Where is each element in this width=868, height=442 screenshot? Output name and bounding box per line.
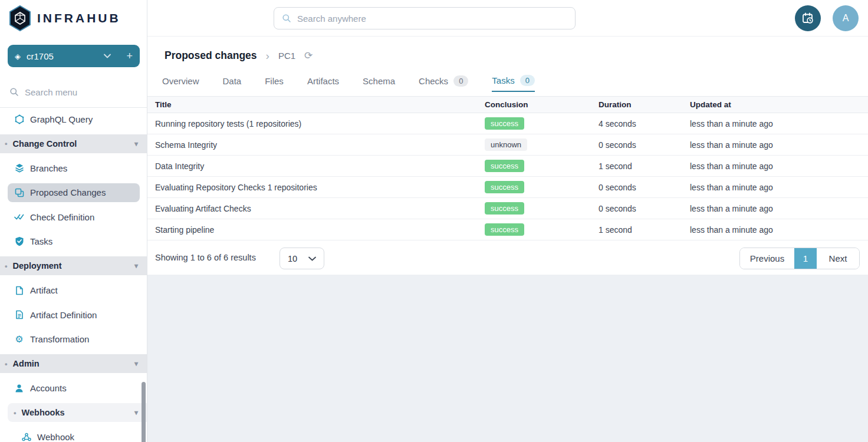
task-duration: 1 second: [599, 225, 690, 235]
sidebar-item-label: Transformation: [30, 334, 89, 344]
task-title: Running repository tests (1 repositories…: [155, 119, 485, 128]
main-content: A Proposed changes › PC1 ⟳ Overview Data…: [147, 0, 868, 442]
sidebar-search-input[interactable]: [25, 87, 125, 97]
page-size-select[interactable]: 10: [280, 248, 324, 269]
artifact-definition-file-icon: [14, 310, 24, 319]
check-definition-icon: [14, 213, 24, 221]
tab-schema[interactable]: Schema: [363, 70, 395, 92]
table-row[interactable]: Evaluating Repository Checks 1 repositor…: [147, 177, 868, 198]
sidebar-item-tasks[interactable]: Tasks: [0, 232, 147, 251]
tab-label: Files: [265, 76, 284, 86]
task-title: Schema Integrity: [155, 140, 485, 150]
tab-label: Artifacts: [307, 76, 339, 86]
column-header-title: Title: [155, 100, 485, 109]
table-row[interactable]: Running repository tests (1 repositories…: [147, 113, 868, 134]
artifact-file-icon: [14, 286, 24, 295]
sidebar-divider: [0, 107, 147, 108]
task-title: Starting pipeline: [155, 225, 485, 235]
sidebar-group-change-control[interactable]: • Change Control ▾: [0, 134, 147, 153]
refresh-icon[interactable]: ⟳: [304, 51, 313, 61]
infrahub-logo-icon: [8, 5, 32, 31]
column-header-duration: Duration: [599, 100, 690, 109]
tab-files[interactable]: Files: [265, 70, 284, 92]
pagination: Showing 1 to 6 of 6 results 10 Previous …: [147, 248, 868, 270]
status-badge: success: [485, 160, 524, 172]
page-size-value: 10: [288, 254, 297, 263]
chevron-down-icon: [104, 54, 111, 58]
sidebar-item-artifact[interactable]: Artifact: [0, 281, 147, 300]
sidebar-item-proposed-changes[interactable]: Proposed Changes: [8, 183, 140, 202]
caret-down-icon: ▾: [134, 140, 138, 148]
app-logo[interactable]: INFRAHUB: [8, 5, 121, 32]
sidebar-item-label: Accounts: [30, 383, 67, 393]
sidebar-item-webhook[interactable]: Webhook: [0, 428, 147, 442]
sidebar-group-label: Deployment: [13, 261, 62, 271]
sidebar-item-artifact-definition[interactable]: Artifact Definition: [0, 305, 147, 324]
global-search[interactable]: [274, 7, 576, 29]
status-badge: success: [485, 181, 524, 193]
sidebar-item-branches[interactable]: Branches: [0, 159, 147, 177]
branch-selector[interactable]: ◈ cr1705 +: [8, 45, 140, 67]
task-updated: less than a minute ago: [690, 161, 868, 171]
tab-badge: 0: [453, 75, 468, 87]
sidebar-subgroup-webhooks[interactable]: • Webhooks ▾: [8, 403, 147, 422]
sidebar-item-label: Artifact: [30, 285, 58, 295]
bullet-icon: •: [5, 359, 8, 368]
breadcrumb-chevron-icon: ›: [266, 50, 269, 61]
accounts-person-icon: [14, 384, 24, 393]
status-badge: success: [485, 117, 524, 130]
sidebar-item-label: GraphQL Query: [30, 114, 93, 124]
sidebar: INFRAHUB ◈ cr1705 + GraphQL Query: [0, 0, 147, 442]
sidebar-item-graphql-query[interactable]: GraphQL Query: [0, 110, 147, 128]
sidebar-item-label: Webhook: [37, 432, 74, 442]
tab-label: Schema: [363, 76, 395, 86]
bullet-icon: •: [5, 262, 8, 271]
task-updated: less than a minute ago: [690, 140, 868, 150]
task-title: Evaluating Artifact Checks: [155, 204, 485, 213]
sidebar-group-label: Admin: [13, 359, 40, 368]
table-row[interactable]: Data Integrity success 1 second less tha…: [147, 156, 868, 177]
sidebar-scrollbar[interactable]: [142, 382, 146, 442]
tab-data[interactable]: Data: [223, 70, 242, 92]
tab-checks[interactable]: Checks 0: [419, 70, 468, 92]
bullet-icon: •: [14, 408, 17, 417]
search-icon: [9, 87, 19, 97]
next-page-button[interactable]: Next: [817, 248, 859, 269]
page-title: Proposed changes: [165, 50, 257, 62]
task-duration: 0 seconds: [599, 140, 690, 150]
sidebar-group-deployment[interactable]: • Deployment ▾: [0, 256, 147, 275]
previous-page-button[interactable]: Previous: [740, 248, 794, 269]
task-title: Evaluating Repository Checks 1 repositor…: [155, 183, 485, 192]
gear-icon: ⚙: [14, 335, 24, 344]
tab-overview[interactable]: Overview: [162, 70, 199, 92]
sidebar-search[interactable]: [9, 83, 138, 101]
branch-selector-label: cr1705: [27, 51, 104, 61]
sidebar-item-label: Branches: [30, 163, 67, 173]
task-updated: less than a minute ago: [690, 204, 868, 213]
tab-tasks[interactable]: Tasks 0: [492, 70, 535, 92]
bullet-icon: •: [5, 139, 8, 148]
schedule-button[interactable]: [795, 5, 821, 31]
task-title: Data Integrity: [155, 161, 485, 171]
task-duration: 4 seconds: [599, 119, 690, 128]
add-branch-button[interactable]: +: [120, 50, 133, 62]
table-row[interactable]: Starting pipeline success 1 second less …: [147, 219, 868, 240]
sidebar-group-admin[interactable]: • Admin ▾: [0, 354, 147, 373]
graphql-icon: [14, 114, 24, 124]
avatar[interactable]: A: [833, 5, 859, 31]
tab-artifacts[interactable]: Artifacts: [307, 70, 339, 92]
avatar-initial: A: [843, 13, 849, 24]
table-header-row: Title Conclusion Duration Updated at: [147, 96, 868, 113]
table-row[interactable]: Evaluating Artifact Checks success 0 sec…: [147, 198, 868, 219]
status-badge: success: [485, 202, 524, 215]
task-duration: 0 seconds: [599, 183, 690, 192]
pager: Previous 1 Next: [739, 248, 860, 269]
sidebar-item-transformation[interactable]: ⚙ Transformation: [0, 330, 147, 349]
sidebar-item-accounts[interactable]: Accounts: [0, 379, 147, 398]
tasks-table: Title Conclusion Duration Updated at Run…: [147, 96, 868, 240]
caret-down-icon: ▾: [134, 262, 138, 270]
global-search-input[interactable]: [297, 14, 567, 24]
sidebar-item-check-definition[interactable]: Check Definition: [0, 207, 147, 226]
page-1-button[interactable]: 1: [794, 248, 817, 269]
table-row[interactable]: Schema Integrity unknown 0 seconds less …: [147, 134, 868, 156]
